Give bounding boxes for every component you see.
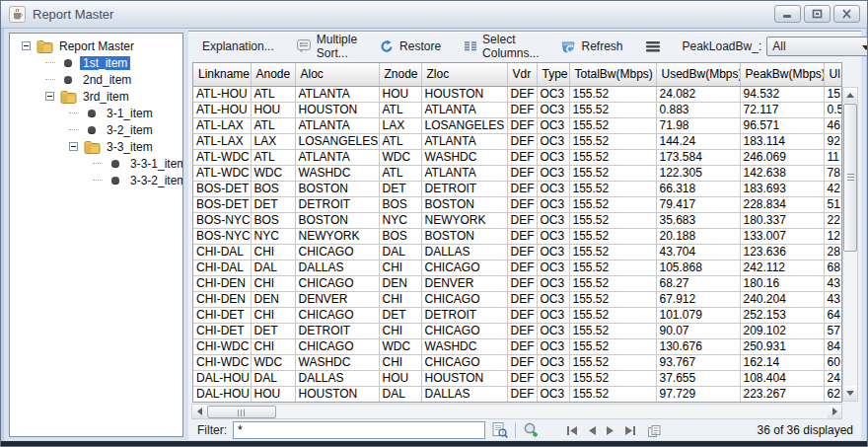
table-cell: DEN <box>379 275 421 291</box>
tree-item-3-3-item[interactable]: 3-3_item <box>10 138 182 155</box>
table-cell: HOUSTON <box>421 86 507 102</box>
table-row[interactable]: ATL-LAXLAXLOSANGELESATLATLANTADEFOC3155.… <box>193 133 842 149</box>
tree-connector-line <box>69 129 79 130</box>
close-button[interactable] <box>833 5 860 23</box>
table-cell: DETROIT <box>295 323 379 338</box>
title-bar[interactable]: Report Master <box>1 1 867 29</box>
last-page-button[interactable] <box>624 425 636 436</box>
table-row[interactable]: ATL-WDCATLATLANTAWDCWASHDCDEFOC3155.5217… <box>193 149 842 165</box>
bullet-icon <box>83 110 101 117</box>
table-row[interactable]: ATL-WDCWDCWASHDCATLATLANTADEFOC3155.5212… <box>193 165 842 181</box>
column-header-peakbw-mbps-[interactable]: PeakBw(Mbps) <box>740 63 824 86</box>
multiple-sort-icon <box>296 38 312 53</box>
scroll-up-button[interactable] <box>843 88 857 103</box>
table-cell: ATL-WDC <box>193 149 251 165</box>
column-header-linkname[interactable]: Linkname <box>193 63 251 86</box>
next-page-button[interactable] <box>606 425 615 436</box>
column-header-usedbw-mbps-[interactable]: UsedBw(Mbps) <box>656 63 740 86</box>
table-cell: 155.52 <box>569 117 656 133</box>
peakloadbw-dropdown[interactable]: All <box>766 37 868 56</box>
table-row[interactable]: BOS-DETDETDETROITBOSBOSTONDEFOC3155.5279… <box>193 196 842 212</box>
table-row[interactable]: DAL-HOUDALDALLASHOUHOUSTONDEFOC3155.5237… <box>193 370 842 386</box>
table-row[interactable]: BOS-NYCBOSBOSTONNYCNEWYORKDEFOC3155.5235… <box>193 212 842 228</box>
table-row[interactable]: CHI-DENDENDENVERCHICHICAGODEFOC3155.5267… <box>193 291 842 307</box>
scroll-down-button[interactable] <box>843 386 857 401</box>
table-cell: 90.07 <box>656 323 740 338</box>
column-header-ul[interactable]: Ul <box>824 63 842 86</box>
table-cell: LOSANGELES <box>421 117 507 133</box>
column-header-zloc[interactable]: Zloc <box>421 63 507 86</box>
filter-preview-icon[interactable] <box>491 421 509 439</box>
table-row[interactable]: ATL-HOUHOUHOUSTONATLATLANTADEFOC3155.520… <box>193 102 842 117</box>
table-row[interactable]: CHI-DENCHICHICAGODENDENVERDEFOC3155.5268… <box>193 275 842 291</box>
table-cell: 252.153 <box>740 307 824 323</box>
table-cell: CHICAGO <box>295 244 379 260</box>
table-cell: 155.52 <box>569 275 656 291</box>
tree-item-3-2-item[interactable]: 3-2_item <box>10 121 182 138</box>
multiple-sort-button[interactable]: Multiple Sort... <box>296 33 357 60</box>
tree-item-1st-item[interactable]: 1st_item <box>10 54 182 71</box>
table-cell: BOS-DET <box>193 181 251 196</box>
folder-icon <box>83 140 101 154</box>
pages-icon[interactable] <box>647 423 663 438</box>
scroll-right-button[interactable] <box>828 405 841 418</box>
minimize-button[interactable] <box>774 5 801 23</box>
hamburger-menu-icon[interactable] <box>645 40 661 52</box>
explanation-button-label: Explanation... <box>202 39 274 53</box>
table-cell: OC3 <box>537 291 569 307</box>
table-row[interactable]: CHI-WDCCHICHICAGOWDCWASHDCDEFOC3155.5213… <box>193 338 842 354</box>
column-header-aloc[interactable]: Aloc <box>295 63 379 86</box>
column-header-znode[interactable]: Znode <box>379 63 421 86</box>
table-cell: BOSTON <box>421 228 507 244</box>
column-header-anode[interactable]: Anode <box>251 63 295 86</box>
vertical-scrollbar-thumb[interactable] <box>843 104 857 252</box>
table-row[interactable]: DAL-HOUHOUHOUSTONDALDALLASDEFOC3155.5297… <box>193 386 842 402</box>
table-row[interactable]: CHI-WDCWDCWASHDCCHICHICAGODEFOC3155.5293… <box>193 354 842 370</box>
table-cell: 24 <box>824 370 842 386</box>
table-row[interactable]: CHI-DALDALDALLASCHICHICAGODEFOC3155.5210… <box>193 260 842 275</box>
advanced-search-icon[interactable] <box>522 421 541 439</box>
tree-expand-toggle[interactable] <box>69 142 78 151</box>
filter-input[interactable] <box>233 421 485 439</box>
table-cell: 155.52 <box>569 149 656 165</box>
table-cell: HOU <box>251 386 295 402</box>
explanation-button[interactable]: Explanation... <box>202 39 274 53</box>
table-row[interactable]: ATL-HOUATLATLANTAHOUHOUSTONDEFOC3155.522… <box>193 86 842 102</box>
table-row[interactable]: CHI-DETCHICHICAGODETDETROITDEFOC3155.521… <box>193 307 842 323</box>
table-cell: LAX <box>379 117 421 133</box>
tree-item-3-3-2-item[interactable]: 3-3-2_item <box>10 172 182 188</box>
table-row[interactable]: CHI-DETDETDETROITCHICHICAGODEFOC3155.529… <box>193 323 842 338</box>
tree-expand-toggle[interactable] <box>22 41 31 50</box>
scroll-left-button[interactable] <box>192 405 206 418</box>
table-cell: 20.188 <box>656 228 740 244</box>
horizontal-scrollbar[interactable] <box>191 404 842 419</box>
maximize-button[interactable] <box>804 5 831 23</box>
table-row[interactable]: CHI-DALCHICHICAGODALDALLASDEFOC3155.5243… <box>193 244 842 260</box>
column-header-vdr[interactable]: Vdr <box>507 63 537 86</box>
report-detail-panel: Explanation... Multiple Sort... <box>188 31 861 440</box>
vertical-scrollbar[interactable] <box>842 87 858 402</box>
first-page-button[interactable] <box>566 425 578 436</box>
column-header-type[interactable]: Type <box>537 63 569 86</box>
table-cell: BOS <box>251 181 295 196</box>
table-row[interactable]: BOS-NYCNYCNEWYORKBOSBOSTONDEFOC3155.5220… <box>193 228 842 244</box>
table-row[interactable]: ATL-LAXATLATLANTALAXLOSANGELESDEFOC3155.… <box>193 117 842 133</box>
tree-item-report-master[interactable]: Report Master <box>10 37 182 54</box>
tree-item-3rd-item[interactable]: 3rd_item <box>10 88 182 105</box>
scrollbar-grip <box>847 174 854 183</box>
restore-button[interactable]: Restore <box>379 38 441 54</box>
tree-item-2nd-item[interactable]: 2nd_item <box>10 71 182 88</box>
table-cell: 133.007 <box>740 228 824 244</box>
table-row[interactable]: BOS-DETBOSBOSTONDETDETROITDEFOC3155.5266… <box>193 181 842 196</box>
select-columns-button[interactable]: Select Columns... <box>463 33 539 60</box>
previous-page-button[interactable] <box>587 425 597 436</box>
tree-item-3-1-item[interactable]: 3-1_item <box>10 105 182 121</box>
refresh-button[interactable]: Refresh <box>560 38 622 54</box>
table-cell: 155.52 <box>569 260 656 275</box>
column-header-totalbw-mbps-[interactable]: TotalBw(Mbps) <box>569 63 656 86</box>
tree-expand-toggle[interactable] <box>45 92 54 101</box>
horizontal-scrollbar-thumb[interactable] <box>207 406 276 418</box>
table-cell: 28 <box>824 244 842 260</box>
tree-item-3-3-1-item[interactable]: 3-3-1_item <box>10 155 182 172</box>
table-cell: DEF <box>507 323 537 338</box>
